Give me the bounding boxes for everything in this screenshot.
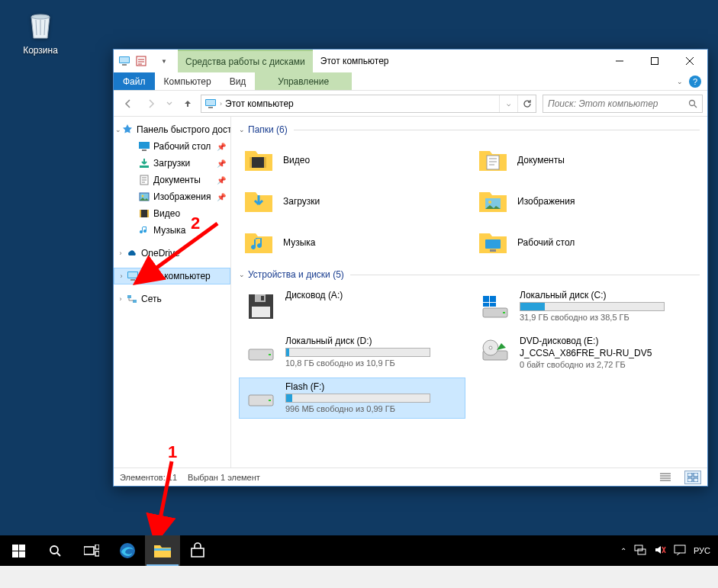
search-icon[interactable] [684, 99, 702, 108]
tree-downloads[interactable]: Загрузки📌 [114, 155, 230, 172]
drive-removable-icon [244, 381, 278, 415]
ribbon-tab-manage[interactable]: Управление [255, 72, 352, 90]
start-button[interactable] [0, 535, 37, 566]
drive-f-usage-bar [285, 394, 430, 403]
folder-desktop[interactable]: Рабочий стол [473, 223, 700, 262]
nav-recent-dropdown[interactable] [164, 94, 175, 114]
svg-rect-49 [687, 473, 692, 477]
close-button[interactable] [672, 50, 707, 72]
tree-videos[interactable]: Видео [114, 205, 230, 222]
help-button[interactable]: ? [689, 76, 701, 88]
nav-forward-button[interactable] [141, 94, 161, 114]
svg-rect-40 [483, 303, 489, 307]
svg-point-9 [690, 100, 695, 105]
tray-language[interactable]: РУС [694, 546, 710, 555]
tree-quick-access[interactable]: ⌄ Панель быстрого доступа [114, 121, 230, 138]
documents-icon [138, 174, 150, 186]
svg-rect-50 [694, 473, 698, 477]
qat-properties-icon[interactable] [134, 53, 149, 69]
nav-back-button[interactable] [118, 94, 138, 114]
refresh-button[interactable] [517, 95, 536, 112]
tree-documents[interactable]: Документы📌 [114, 172, 230, 188]
title-bar[interactable]: ▼ Средства работы с дисками Этот компьют… [114, 50, 707, 72]
this-pc-icon [127, 270, 139, 282]
taskbar-store[interactable] [180, 535, 215, 566]
ribbon-tab-computer[interactable]: Компьютер [155, 72, 221, 90]
navigation-pane: ⌄ Панель быстрого доступа Рабочий стол📌 … [114, 117, 231, 468]
address-bar[interactable]: › Этот компьютер ⌵ [201, 95, 536, 113]
group-devices[interactable]: ⌄ Устройства и диски (5) [239, 269, 700, 280]
ribbon-expand-icon[interactable]: ⌄ [677, 78, 683, 85]
svg-rect-35 [252, 307, 270, 317]
folder-videos[interactable]: Видео [239, 141, 465, 179]
drive-floppy[interactable]: Дисковод (A:) [239, 286, 465, 327]
drive-d[interactable]: Локальный диск (D:) 10,8 ГБ свободно из … [239, 332, 465, 373]
tray-network-icon[interactable] [634, 545, 646, 557]
drive-dvd[interactable]: DVD-дисковод (E:) J_CCSA_X86FRE_RU-RU_DV… [473, 332, 700, 373]
taskbar-edge[interactable] [110, 535, 145, 566]
svg-rect-34 [261, 296, 264, 300]
tray-volume-icon[interactable] [654, 545, 666, 557]
drive-c-usage-bar [520, 302, 665, 311]
svg-rect-48 [269, 400, 271, 401]
svg-rect-52 [694, 478, 698, 482]
view-details-button[interactable] [657, 471, 674, 484]
address-segment[interactable]: Этот компьютер [222, 98, 297, 109]
nav-up-button[interactable] [178, 94, 198, 114]
svg-rect-25 [250, 157, 252, 168]
svg-rect-24 [250, 157, 266, 168]
svg-rect-38 [483, 296, 489, 302]
qat-dropdown[interactable]: ▼ [156, 53, 172, 69]
folder-music[interactable]: Музыка [239, 223, 465, 262]
group-folders[interactable]: ⌄ Папки (6) [239, 124, 700, 135]
maximize-button[interactable] [637, 50, 672, 72]
svg-rect-43 [269, 354, 271, 355]
tray-notifications-icon[interactable] [674, 545, 686, 557]
tree-this-pc[interactable]: › Этот компьютер [114, 268, 230, 284]
svg-rect-5 [652, 58, 658, 65]
desktop-icon-recycle-bin[interactable]: Корзина [14, 8, 67, 56]
taskbar-search-button[interactable] [37, 535, 73, 566]
status-selection: Выбран 1 элемент [188, 473, 260, 482]
tray-chevron-icon[interactable]: ⌃ [620, 547, 626, 555]
minimize-button[interactable] [602, 50, 637, 72]
address-dropdown-icon[interactable]: ⌵ [499, 95, 517, 112]
drive-c[interactable]: Локальный диск (C:) 31,9 ГБ свободно из … [473, 286, 700, 327]
svg-rect-20 [128, 272, 137, 278]
drive-d-usage-bar [285, 348, 430, 357]
svg-point-0 [31, 14, 50, 19]
status-item-count: Элементов: 11 [120, 473, 177, 482]
folder-downloads[interactable]: Загрузки [239, 182, 465, 220]
ribbon-tab-file[interactable]: Файл [114, 72, 155, 90]
navigation-bar: › Этот компьютер ⌵ [114, 91, 707, 117]
pin-icon: 📌 [217, 193, 226, 201]
content-area: ⌄ Папки (6) Видео Документы Загрузки [231, 117, 707, 468]
search-box[interactable] [543, 95, 703, 113]
view-tiles-button[interactable] [684, 471, 701, 484]
folder-pictures[interactable]: Изображения [473, 182, 700, 220]
window-title: Этот компьютер [313, 50, 602, 72]
search-input[interactable] [543, 98, 684, 109]
tree-onedrive[interactable]: › OneDrive [114, 245, 230, 262]
svg-rect-54 [19, 545, 25, 551]
drive-f[interactable]: Flash (F:) 996 МБ свободно из 0,99 ГБ [239, 378, 465, 419]
svg-rect-10 [139, 142, 150, 149]
svg-rect-21 [130, 279, 135, 281]
task-view-button[interactable] [73, 535, 110, 566]
chevron-down-icon: ⌄ [239, 126, 245, 133]
tree-music[interactable]: Музыка [114, 222, 230, 239]
svg-rect-39 [490, 296, 496, 302]
ribbon-tab-view[interactable]: Вид [221, 72, 256, 90]
folder-documents[interactable]: Документы [473, 141, 700, 179]
tree-network[interactable]: › Сеть [114, 291, 230, 307]
desktop-icon-label: Корзина [14, 45, 67, 56]
window-controls [602, 50, 707, 72]
svg-rect-63 [635, 545, 642, 551]
tree-desktop[interactable]: Рабочий стол📌 [114, 138, 230, 155]
qat-this-pc-icon[interactable] [117, 53, 132, 69]
taskbar-explorer[interactable] [145, 535, 180, 566]
tree-pictures[interactable]: Изображения📌 [114, 188, 230, 205]
svg-rect-65 [675, 545, 685, 553]
videos-icon [138, 207, 150, 220]
svg-rect-26 [264, 157, 266, 168]
